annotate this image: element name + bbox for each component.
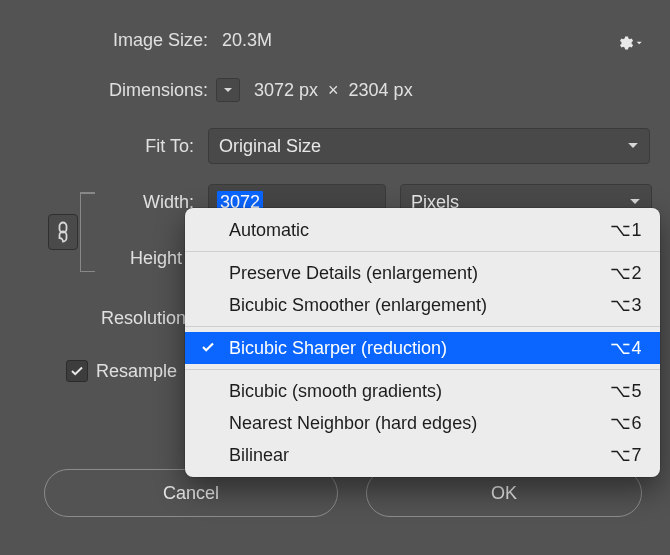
resample-checkbox[interactable] [66,360,88,382]
dimensions-height: 2304 px [349,80,413,101]
menu-separator [185,369,660,370]
menu-item-label: Automatic [229,220,309,241]
menu-item-label: Nearest Neighbor (hard edges) [229,413,477,434]
menu-item[interactable]: Bicubic (smooth gradients)⌥5 [185,375,660,407]
check-icon [201,338,215,359]
menu-item-shortcut: ⌥3 [610,294,642,316]
menu-item-shortcut: ⌥7 [610,444,642,466]
menu-item[interactable]: Nearest Neighbor (hard edges)⌥6 [185,407,660,439]
menu-item-shortcut: ⌥2 [610,262,642,284]
cancel-label: Cancel [163,483,219,504]
fit-to-dropdown[interactable]: Original Size [208,128,650,164]
check-icon [70,364,84,378]
menu-separator [185,251,660,252]
menu-item-shortcut: ⌥5 [610,380,642,402]
fit-to-label: Fit To: [0,136,194,157]
resample-method-menu: Automatic⌥1Preserve Details (enlargement… [185,208,660,477]
menu-item[interactable]: Automatic⌥1 [185,214,660,246]
menu-item[interactable]: Bicubic Smoother (enlargement)⌥3 [185,289,660,321]
chevron-down-icon [223,85,233,95]
dimensions-width: 3072 px [254,80,318,101]
ok-label: OK [491,483,517,504]
dimensions-times: × [328,80,339,101]
menu-item-label: Bicubic Sharper (reduction) [229,338,447,359]
height-label: Height [0,248,182,269]
menu-item[interactable]: Bilinear⌥7 [185,439,660,471]
resolution-label: Resolution [0,308,186,329]
fit-to-value: Original Size [219,136,321,157]
menu-item-shortcut: ⌥4 [610,337,642,359]
menu-item-shortcut: ⌥1 [610,219,642,241]
menu-item-shortcut: ⌥6 [610,412,642,434]
menu-item[interactable]: Bicubic Sharper (reduction)⌥4 [185,332,660,364]
dimensions-label: Dimensions: [0,80,208,101]
menu-item-label: Bicubic (smooth gradients) [229,381,442,402]
image-size-value: 20.3M [222,30,272,51]
menu-separator [185,326,660,327]
menu-item-label: Preserve Details (enlargement) [229,263,478,284]
menu-item[interactable]: Preserve Details (enlargement)⌥2 [185,257,660,289]
chevron-down-icon [627,136,639,157]
resample-label: Resample [96,361,177,382]
image-size-label: Image Size: [0,30,208,51]
menu-item-label: Bicubic Smoother (enlargement) [229,295,487,316]
menu-item-label: Bilinear [229,445,289,466]
dimensions-expand-button[interactable] [216,78,240,102]
chain-link-icon [56,221,70,243]
width-label: Width: [0,192,194,213]
